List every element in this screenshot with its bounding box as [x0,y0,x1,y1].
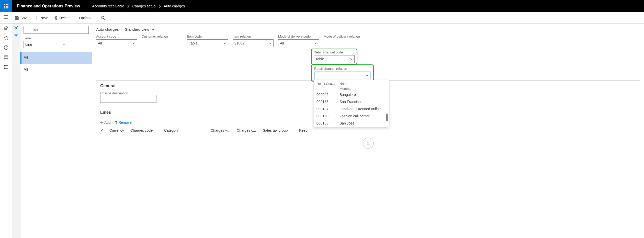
field-value: 91002 [234,41,244,45]
highlight-retail-channel-relation: Retail channel relation Retail Cha... Na… [311,64,374,82]
svg-rect-19 [4,65,5,66]
svg-rect-1 [6,4,7,5]
dropdown-cutoff-name: Mumbai [340,87,351,90]
dropdown-cell-id: 000185 [317,121,340,125]
svg-rect-7 [6,7,7,8]
column-header[interactable]: Keep [299,128,312,132]
add-label: Add [104,120,111,124]
dropdown-cell-name: Fabrikam extended online... [340,107,384,111]
retail-channel-relation-select[interactable] [314,72,370,79]
top-bar: Finance and Operations Preview Accounts … [0,0,644,12]
chevron-right-icon: ❯ [127,4,130,8]
svg-line-15 [104,18,105,20]
list-item[interactable]: All [20,52,92,64]
svg-rect-21 [4,68,5,69]
options-button[interactable]: Options [76,14,94,21]
scrollbar-thumb[interactable] [386,114,388,121]
delete-button[interactable]: Delete [51,14,72,21]
column-header[interactable]: Charges code [130,128,161,132]
recent-icon[interactable] [4,45,9,50]
column-header[interactable]: Charges c... [237,128,260,132]
field-value: All [280,41,284,45]
separator: | [121,27,122,31]
modules-icon[interactable] [4,64,9,70]
column-header[interactable]: Category [164,128,208,132]
page-header: Auto charges | Standard view [96,27,644,31]
item-code-select[interactable]: Table [187,39,228,47]
field-label: Customer relation [142,35,183,38]
column-header[interactable]: Sales tax group [263,128,296,132]
dropdown-cell-name: Fashion call center [340,114,370,118]
retail-channel-dropdown[interactable]: Retail Cha... Name .Mumbai 000042Bangalo… [314,80,389,127]
home-icon[interactable] [4,26,9,31]
svg-rect-4 [6,6,7,7]
dropdown-cell-id: 000137 [317,107,340,111]
dropdown-row[interactable]: 000137Fabrikam extended online... [314,105,389,112]
search-icon [101,16,105,20]
lines-grid-header: Currency Charges code Category Charges v… [96,126,640,134]
new-label: New [40,16,48,20]
dropdown-row[interactable]: 000042Bangalore [314,91,389,98]
svg-rect-5 [7,6,8,7]
remove-label: Remove [118,120,132,124]
svg-rect-0 [4,4,5,5]
mode-delivery-relation-input[interactable] [324,39,365,47]
trash-icon [114,121,117,124]
field-value: All [98,41,102,45]
highlight-retail-channel-code: Retail channel code Table [311,49,357,65]
main-content: Auto charges | Standard view Account cod… [92,24,644,238]
charge-description-input[interactable] [100,95,156,103]
chevron-down-icon [350,58,353,61]
star-icon[interactable] [4,35,9,40]
workspace-icon[interactable] [4,55,9,60]
check-column[interactable] [100,128,106,132]
view-name[interactable]: Standard view [125,27,149,31]
app-launcher-icon[interactable] [0,0,12,12]
add-line-button[interactable]: Add [100,120,111,124]
funnel-icon[interactable] [14,26,19,30]
level-value: Line [25,42,32,47]
save-button[interactable]: Save [12,14,31,21]
chevron-down-icon [269,42,272,45]
account-code-select[interactable]: All [96,39,137,47]
mode-delivery-code-select[interactable]: All [278,39,319,47]
empty-state [96,134,640,152]
level-select[interactable]: Line [24,41,67,48]
search-button[interactable] [98,14,108,21]
svg-rect-3 [4,6,5,7]
chevron-down-icon [223,42,226,45]
dropdown-row[interactable]: 000185San Jose [314,120,389,127]
dropdown-row[interactable]: 000160Fashion call center [314,112,389,120]
dropdown-row[interactable]: 000135San Francisco [314,98,389,105]
sidebar: Level Line All All [20,24,92,238]
column-header[interactable]: Currency [109,128,127,132]
retail-channel-code-select[interactable]: Table [314,55,355,63]
list-item[interactable]: All [20,64,92,76]
breadcrumb-item[interactable]: Charges setup [132,4,155,8]
filter-rail [12,24,20,238]
item-relation-select[interactable]: 91002 [233,39,274,47]
filter-input[interactable] [24,26,89,34]
breadcrumb-item[interactable]: Auto charges [164,4,185,8]
customer-relation-input[interactable] [142,39,183,47]
separator [74,15,74,21]
breadcrumb-item[interactable]: Accounts receivable [92,4,124,8]
chevron-down-icon [366,74,369,77]
save-label: Save [20,16,29,20]
svg-rect-6 [4,7,5,8]
main-layout: Level Line All All Auto charges | Standa… [0,24,644,238]
svg-rect-17 [4,56,8,59]
field-label: Item code [187,35,228,38]
dropdown-col-header: Retail Cha... [317,82,340,86]
options-label: Options [79,16,91,20]
remove-line-button[interactable]: Remove [114,120,132,124]
save-icon [15,16,19,20]
dropdown-cell-name: San Jose [340,121,354,125]
dropdown-header: Retail Cha... Name [314,80,389,87]
field-value: Table [315,57,324,61]
list-filter-icon[interactable] [14,34,19,38]
column-header[interactable]: Charges v... [211,128,234,132]
new-button[interactable]: New [32,14,50,21]
hamburger-icon[interactable] [4,15,8,19]
chevron-down-icon[interactable] [152,28,155,31]
